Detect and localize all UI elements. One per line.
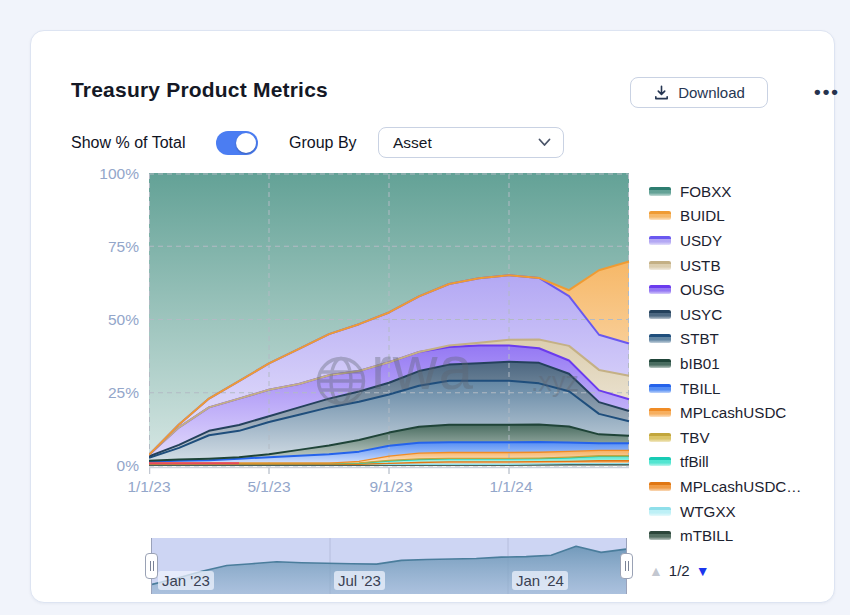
range-navigator[interactable]: Jan '23 Jul '23 Jan '24	[151, 538, 627, 594]
legend-item-tfbill[interactable]: tfBill	[649, 450, 850, 475]
legend-label: OUSG	[680, 281, 725, 298]
legend-swatch	[649, 384, 671, 393]
legend-item-bib01[interactable]: bIB01	[649, 351, 850, 376]
percent-toggle-label: Show % of Total	[71, 134, 185, 152]
legend-label: tfBill	[680, 453, 709, 470]
y-tick-50: 50%	[69, 312, 139, 328]
legend-item-mplcashusdc[interactable]: MPLcashUSDC	[649, 400, 850, 425]
download-button[interactable]: Download	[630, 77, 768, 108]
legend-prev-button[interactable]: ▲	[649, 563, 663, 579]
legend-swatch	[649, 457, 671, 466]
download-icon	[653, 84, 670, 101]
legend-swatch	[649, 261, 671, 270]
x-tick-1: 5/1/23	[229, 478, 309, 496]
legend: FOBXXBUIDLUSDYUSTBOUSGUSYCSTBTbIB01TBILL…	[649, 179, 850, 548]
download-label: Download	[678, 84, 745, 101]
treasury-metrics-card: Treasury Product Metrics Download ••• Sh…	[30, 30, 835, 603]
legend-item-buidl[interactable]: BUIDL	[649, 204, 850, 229]
group-by-value: Asset	[393, 134, 432, 152]
more-options-button[interactable]: •••	[809, 79, 845, 105]
y-tick-100: 100%	[69, 166, 139, 182]
navigator-right-handle[interactable]	[620, 553, 633, 579]
x-tick-0: 1/1/23	[109, 478, 189, 496]
x-tick-3: 1/1/24	[471, 478, 551, 496]
legend-next-button[interactable]: ▼	[696, 563, 710, 579]
legend-label: BUIDL	[680, 207, 725, 224]
legend-label: USDY	[680, 232, 722, 249]
legend-swatch	[649, 236, 671, 245]
legend-item-usdy[interactable]: USDY	[649, 228, 850, 253]
legend-item-mplcashusdc-[interactable]: MPLcashUSDC…	[649, 474, 850, 499]
legend-label: FOBXX	[680, 183, 731, 200]
legend-swatch	[649, 482, 671, 491]
ellipsis-icon: •••	[814, 81, 840, 103]
legend-item-tbill[interactable]: TBILL	[649, 376, 850, 401]
legend-item-mtbill[interactable]: mTBILL	[649, 523, 850, 548]
legend-label: USYC	[680, 306, 722, 323]
y-tick-75: 75%	[69, 239, 139, 255]
toggle-knob	[236, 133, 256, 153]
legend-swatch	[649, 359, 671, 368]
legend-item-tbv[interactable]: TBV	[649, 425, 850, 450]
stacked-area-chart[interactable]	[149, 173, 630, 475]
y-tick-25: 25%	[69, 385, 139, 401]
legend-item-usyc[interactable]: USYC	[649, 302, 850, 327]
legend-swatch	[649, 187, 671, 196]
chevron-down-icon	[538, 138, 551, 147]
legend-page-label: 1/2	[669, 562, 690, 579]
percent-toggle[interactable]	[216, 131, 258, 155]
legend-label: MPLcashUSDC…	[680, 478, 802, 495]
legend-item-stbt[interactable]: STBT	[649, 327, 850, 352]
legend-label: TBV	[680, 429, 710, 446]
legend-pagination: ▲ 1/2 ▼	[649, 562, 710, 579]
legend-swatch	[649, 310, 671, 319]
group-by-label: Group By	[289, 134, 357, 152]
legend-label: STBT	[680, 330, 719, 347]
legend-swatch	[649, 531, 671, 540]
y-tick-0: 0%	[69, 458, 139, 474]
legend-swatch	[649, 285, 671, 294]
legend-swatch	[649, 507, 671, 516]
legend-item-ustb[interactable]: USTB	[649, 253, 850, 278]
legend-item-fobxx[interactable]: FOBXX	[649, 179, 850, 204]
group-by-select[interactable]: Asset	[378, 127, 564, 158]
page-title: Treasury Product Metrics	[71, 78, 328, 102]
legend-swatch	[649, 433, 671, 442]
navigator-label-jan24: Jan '24	[512, 571, 568, 590]
legend-swatch	[649, 334, 671, 343]
legend-label: mTBILL	[680, 527, 733, 544]
legend-item-ousg[interactable]: OUSG	[649, 277, 850, 302]
navigator-label-jan23: Jan '23	[158, 571, 214, 590]
navigator-label-jul23: Jul '23	[334, 571, 385, 590]
legend-label: bIB01	[680, 355, 720, 372]
legend-swatch	[649, 408, 671, 417]
legend-label: TBILL	[680, 380, 721, 397]
legend-label: MPLcashUSDC	[680, 404, 786, 421]
legend-label: USTB	[680, 257, 721, 274]
legend-swatch	[649, 211, 671, 220]
navigator-left-handle[interactable]	[145, 553, 158, 579]
x-tick-2: 9/1/23	[351, 478, 431, 496]
legend-item-wtgxx[interactable]: WTGXX	[649, 499, 850, 524]
legend-label: WTGXX	[680, 503, 736, 520]
